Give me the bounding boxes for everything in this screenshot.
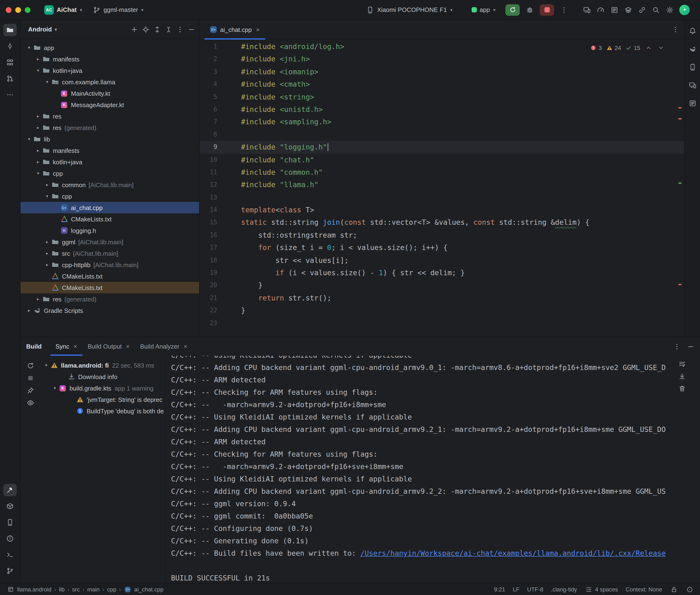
tree-item-lib[interactable]: ▾lib: [21, 133, 199, 145]
tree-item-res-generated[interactable]: ▸res(generated): [21, 122, 199, 133]
code-line-2[interactable]: 2#include <jni.h>: [200, 53, 684, 66]
code-line-5[interactable]: 5#include <string>: [200, 91, 684, 103]
line-number[interactable]: 21: [200, 292, 217, 305]
build-tree-item-jvmtarget-string-is-deprec[interactable]: 'jvmTarget: String' is deprec: [40, 394, 165, 405]
code-line-16[interactable]: 16 std::ostringstream str;: [200, 229, 684, 242]
build-tree-item-download-info[interactable]: Download info: [40, 371, 165, 382]
chevron-right-icon[interactable]: ▸: [43, 262, 51, 267]
code-line-23[interactable]: 23: [200, 317, 684, 330]
scroll-to-end-icon[interactable]: [678, 372, 686, 380]
debug-button[interactable]: [524, 4, 536, 16]
app-insights-tool-button[interactable]: [686, 97, 699, 110]
line-number[interactable]: 9: [200, 141, 217, 153]
line-number[interactable]: 8: [200, 128, 217, 141]
chevron-right-icon[interactable]: ▸: [34, 297, 42, 302]
line-number[interactable]: 10: [200, 153, 217, 166]
search-everywhere-icon[interactable]: [652, 6, 660, 14]
profiler-icon[interactable]: [596, 6, 605, 14]
tree-item-common-aichat-lib-main[interactable]: ▸common[AiChat.lib.main]: [21, 179, 199, 191]
rerun-app-button[interactable]: [505, 4, 520, 16]
inspections-widget[interactable]: 3 24 15: [588, 43, 667, 53]
branch-selector[interactable]: ggml-master ▾: [89, 4, 147, 15]
chevron-right-icon[interactable]: ▸: [43, 239, 51, 244]
close-tab-icon[interactable]: ×: [74, 343, 77, 350]
code-line-7[interactable]: 7#include <sampling.h>: [200, 116, 684, 129]
chevron-down-icon[interactable]: ▾: [25, 45, 33, 50]
line-number[interactable]: 17: [200, 242, 217, 254]
code-line-21[interactable]: 21 return str.str();: [200, 292, 684, 305]
clear-console-icon[interactable]: [678, 384, 686, 392]
tree-item-cpp-httplib-aichat-lib-main[interactable]: ▸cpp-httplib[AiChat.lib.main]: [21, 259, 199, 271]
status-clang-tidy[interactable]: .clang-tidy: [551, 586, 577, 593]
tree-item-src-aichat-lib-main[interactable]: ▸src[AiChat.lib.main]: [21, 248, 199, 259]
change-stripe-mark[interactable]: [678, 182, 682, 184]
logcat-icon[interactable]: [610, 6, 618, 14]
status-unlock[interactable]: [670, 585, 678, 593]
code-line-3[interactable]: 3#include <iomanip>: [200, 66, 684, 78]
project-view-selector[interactable]: Android ▾: [28, 26, 57, 33]
tree-item-app[interactable]: ▾app: [21, 42, 199, 53]
minimize-window-button[interactable]: [15, 7, 21, 12]
line-number[interactable]: 19: [200, 267, 217, 279]
terminal-tool-button[interactable]: [3, 548, 17, 561]
tree-item-ggml-aichat-lib-main[interactable]: ▸ggml[AiChat.lib.main]: [21, 236, 199, 248]
filter-icon[interactable]: [26, 399, 34, 407]
tree-item-mainactivity-kt[interactable]: KMainActivity.kt: [21, 88, 199, 99]
chevron-down-icon[interactable]: ▾: [43, 194, 51, 199]
code-area[interactable]: 1#include <android/log.h>2#include <jni.…: [200, 39, 684, 337]
line-number[interactable]: 14: [200, 204, 217, 217]
line-number[interactable]: 5: [200, 91, 217, 103]
chevron-down-icon[interactable]: ▾: [34, 171, 42, 176]
status-lf[interactable]: LF: [513, 586, 520, 593]
status-context-none[interactable]: Context: None: [626, 586, 662, 593]
device-explorer-tool-button[interactable]: [3, 500, 17, 512]
build-tab-build-analyzer[interactable]: Build Analyzer×: [135, 337, 192, 356]
tree-item-manifests[interactable]: ▸manifests: [21, 53, 199, 65]
problems-tool-button[interactable]: [3, 532, 17, 545]
code-line-12[interactable]: 12#include "llama.h": [200, 179, 684, 192]
tree-item-cmakelists-txt[interactable]: CMakeLists.txt: [21, 213, 199, 225]
soft-wrap-icon[interactable]: [678, 360, 686, 368]
code-line-4[interactable]: 4#include <cmath>: [200, 78, 684, 91]
chevron-right-icon[interactable]: ▸: [34, 125, 42, 130]
code-line-20[interactable]: 20 }: [200, 279, 684, 292]
chevron-down-icon[interactable]: ▾: [34, 68, 42, 73]
chevron-right-icon[interactable]: ▸: [25, 308, 33, 313]
editor-tab-ai-chat-cpp[interactable]: C+ ai_chat.cpp ×: [204, 20, 265, 39]
line-number[interactable]: 12: [200, 179, 217, 192]
commit-tool-button[interactable]: [3, 40, 17, 52]
more-run-actions-button[interactable]: [558, 4, 570, 16]
status-4-spaces[interactable]: 4 spaces: [585, 585, 618, 593]
tree-item-manifests[interactable]: ▸manifests: [21, 145, 199, 156]
chevron-right-icon[interactable]: ▸: [43, 182, 51, 187]
panel-options-icon[interactable]: [176, 25, 184, 33]
line-number[interactable]: 20: [200, 279, 217, 292]
build-tree-item-llama-android-fi[interactable]: ▾llama.android: fi22 sec, 583 ms: [40, 360, 165, 371]
settings-icon[interactable]: [666, 6, 674, 14]
code-line-8[interactable]: 8: [200, 128, 684, 141]
error-stripe-mark[interactable]: [678, 107, 682, 109]
version-control-tool-button[interactable]: [3, 565, 17, 577]
build-tree-item-build-gradle-kts[interactable]: ▾Kbuild.gradle.ktsapp 1 warning: [40, 382, 165, 394]
run-config-selector[interactable]: app ▾: [468, 5, 499, 15]
typo-count[interactable]: 15: [625, 45, 640, 51]
device-selector[interactable]: Xiaomi POCOPHONE F1 ▾: [363, 4, 456, 15]
line-number[interactable]: 2: [200, 53, 217, 66]
close-tab-icon[interactable]: ×: [184, 343, 187, 350]
chevron-down-icon[interactable]: ▾: [43, 80, 51, 84]
code-line-11[interactable]: 11#include "common.h": [200, 166, 684, 179]
code-line-22[interactable]: 22}: [200, 304, 684, 317]
status-status[interactable]: [685, 585, 694, 593]
tree-item-cpp[interactable]: ▾cpp: [21, 191, 199, 202]
error-count[interactable]: 3: [590, 45, 601, 51]
pin-icon[interactable]: [26, 386, 34, 394]
rerun-build-icon[interactable]: [26, 362, 34, 370]
chevron-right-icon[interactable]: ▸: [34, 57, 42, 61]
chevron-right-icon[interactable]: ▸: [34, 114, 42, 119]
code-line-18[interactable]: 18 str << values[i];: [200, 254, 684, 267]
build-console[interactable]: C/C++: -- Using KleidiAI optimized kerne…: [166, 356, 700, 583]
hide-build-panel-icon[interactable]: [687, 342, 695, 350]
tree-item-gradle-scripts[interactable]: ▸Gradle Scripts: [21, 305, 199, 316]
chevron-right-icon[interactable]: ▸: [43, 251, 51, 256]
build-options-icon[interactable]: [673, 342, 681, 350]
